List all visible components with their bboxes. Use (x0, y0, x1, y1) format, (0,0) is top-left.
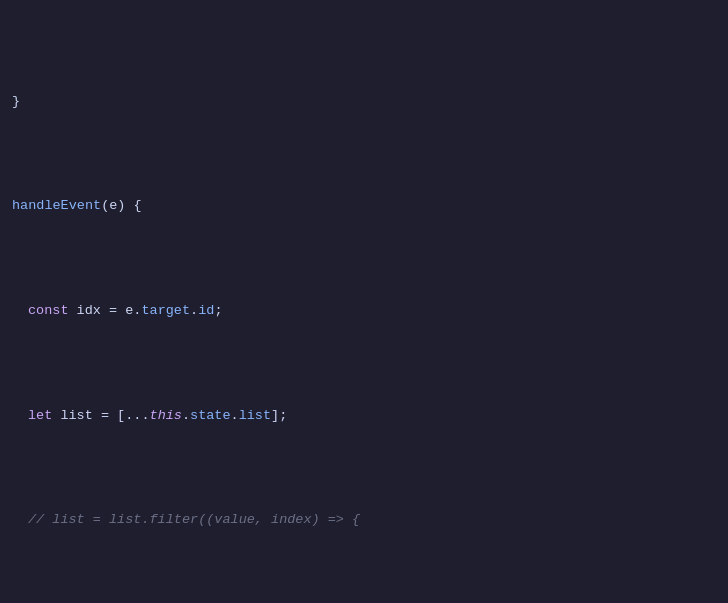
token: . (231, 406, 239, 427)
token: handleEvent (12, 196, 101, 217)
token: ; (214, 301, 222, 322)
token: id (198, 301, 214, 322)
token: e (109, 196, 117, 217)
token: list (239, 406, 271, 427)
token: ]; (271, 406, 287, 427)
token: } (12, 92, 20, 113)
code-editor: } handleEvent(e) { const idx = e.target.… (0, 0, 728, 603)
token: state (190, 406, 231, 427)
token: // list = list.filter((value, index) => … (28, 510, 360, 531)
token: this (150, 406, 182, 427)
token: ) { (117, 196, 141, 217)
code-content: } handleEvent(e) { const idx = e.target.… (0, 0, 728, 603)
token: const (28, 301, 77, 322)
token: list (60, 406, 92, 427)
token: target (141, 301, 190, 322)
token: = (101, 301, 125, 322)
token: . (133, 301, 141, 322)
code-line: const idx = e.target.id; (0, 301, 728, 322)
token: let (28, 406, 60, 427)
token: ( (101, 196, 109, 217)
code-line: let list = [...this.state.list]; (0, 406, 728, 427)
code-line: // list = list.filter((value, index) => … (0, 510, 728, 531)
code-line: } (0, 92, 728, 113)
token: e (125, 301, 133, 322)
code-line: handleEvent(e) { (0, 196, 728, 217)
token: . (190, 301, 198, 322)
token: . (182, 406, 190, 427)
token: = [... (93, 406, 150, 427)
token: idx (77, 301, 101, 322)
